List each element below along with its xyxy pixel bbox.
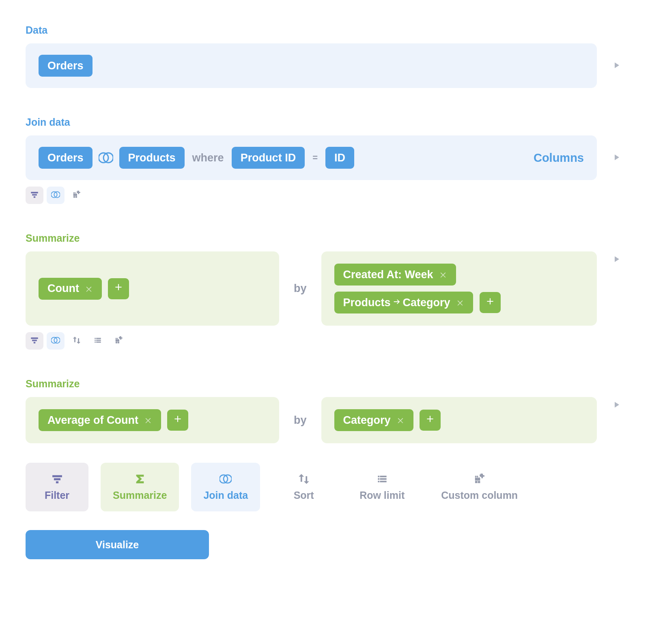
filter-button[interactable] — [26, 187, 43, 204]
sort-icon — [72, 336, 81, 346]
expand-summarize1-button[interactable] — [608, 251, 624, 268]
agg-label: Count — [47, 282, 79, 295]
data-table-chip[interactable]: Orders — [39, 55, 93, 77]
where-keyword: where — [192, 152, 224, 164]
visualize-button[interactable]: Visualize — [26, 530, 209, 559]
expand-summarize2-button[interactable] — [608, 397, 624, 413]
sort-icon — [298, 473, 310, 485]
custom-column-icon — [114, 336, 123, 346]
section-label-join: Join data — [26, 116, 624, 128]
group-created-at-chip[interactable]: Created At: Week — [334, 264, 456, 286]
data-table-label: Orders — [47, 60, 84, 72]
add-agg-button[interactable] — [167, 410, 188, 431]
join-panel: Orders Products where Product ID = ID Co… — [26, 135, 597, 180]
equals-label: = — [312, 152, 318, 163]
plus-icon — [172, 414, 183, 427]
summarize1-agg-panel: Count — [26, 251, 279, 326]
join-button[interactable] — [47, 187, 65, 204]
join-condition-left-chip[interactable]: Product ID — [232, 147, 305, 169]
big-sort-button[interactable]: Sort — [272, 463, 335, 511]
data-panel: Orders — [26, 43, 597, 88]
join-left-table-chip[interactable]: Orders — [39, 147, 93, 169]
big-rowlimit-button[interactable]: Row limit — [347, 463, 417, 511]
summarize2-agg-panel: Average of Count — [26, 397, 279, 443]
filter-icon — [30, 190, 39, 200]
close-icon[interactable] — [439, 270, 447, 279]
join-icon — [51, 336, 60, 346]
list-icon — [93, 336, 102, 346]
join-icon — [51, 190, 60, 200]
sort-button[interactable] — [68, 332, 86, 350]
custom-column-button[interactable] — [68, 187, 86, 204]
section-label-data: Data — [26, 24, 624, 36]
add-group-button[interactable] — [420, 410, 441, 431]
join-button[interactable] — [47, 332, 65, 350]
close-icon[interactable] — [456, 298, 464, 307]
group-label: Products → Category ProductsCategory — [343, 296, 450, 309]
join-condition-right-chip[interactable]: ID — [325, 147, 354, 169]
summarize2-group-panel: Category — [321, 397, 597, 443]
close-icon[interactable] — [396, 416, 405, 424]
agg-label: Average of Count — [47, 414, 138, 427]
expand-data-button[interactable] — [608, 58, 624, 74]
join-mini-toolbar — [26, 187, 624, 204]
join-type-icon[interactable] — [99, 150, 113, 165]
group-label: Created At: Week — [343, 268, 433, 281]
sigma-icon — [134, 473, 146, 485]
big-join-button[interactable]: Join data — [191, 463, 260, 511]
join-columns-button[interactable]: Columns — [534, 151, 584, 165]
join-right-table-chip[interactable]: Products — [119, 147, 185, 169]
plus-icon — [113, 282, 124, 295]
custom-column-icon — [72, 190, 81, 200]
filter-button[interactable] — [26, 332, 43, 350]
group-category-chip[interactable]: Category — [334, 409, 413, 431]
filter-icon — [51, 473, 63, 485]
play-icon — [611, 152, 621, 163]
summarize1-mini-toolbar — [26, 332, 624, 350]
by-keyword: by — [292, 251, 308, 326]
group-products-category-chip[interactable]: Products → Category ProductsCategory — [334, 292, 473, 313]
row-limit-button[interactable] — [89, 332, 107, 350]
expand-join-button[interactable] — [608, 150, 624, 166]
agg-count-chip[interactable]: Count — [39, 278, 102, 300]
grid-plus-icon — [474, 473, 486, 485]
step-toolbar: Filter Summarize Join data Sort Row limi… — [26, 463, 624, 511]
big-filter-button[interactable]: Filter — [26, 463, 88, 511]
filter-icon — [30, 336, 39, 346]
by-keyword: by — [292, 397, 308, 443]
plus-icon — [485, 296, 495, 309]
add-agg-button[interactable] — [108, 278, 129, 299]
close-icon[interactable] — [144, 416, 152, 424]
section-label-summarize-2: Summarize — [26, 378, 624, 390]
group-label: Category — [343, 414, 391, 427]
list-icon — [376, 473, 388, 485]
big-custom-column-button[interactable]: Custom column — [429, 463, 530, 511]
play-icon — [611, 60, 621, 71]
play-icon — [611, 400, 621, 411]
custom-column-button[interactable] — [110, 332, 128, 350]
add-group-button[interactable] — [480, 292, 501, 313]
join-icon — [220, 473, 232, 485]
summarize1-group-panel: Created At: Week Products → Category Pro… — [321, 251, 597, 326]
section-label-summarize-1: Summarize — [26, 232, 624, 244]
plus-icon — [425, 414, 435, 427]
play-icon — [611, 254, 621, 265]
big-summarize-button[interactable]: Summarize — [101, 463, 179, 511]
arrow-right-icon — [392, 297, 401, 306]
close-icon[interactable] — [85, 285, 93, 293]
agg-avg-count-chip[interactable]: Average of Count — [39, 409, 161, 431]
